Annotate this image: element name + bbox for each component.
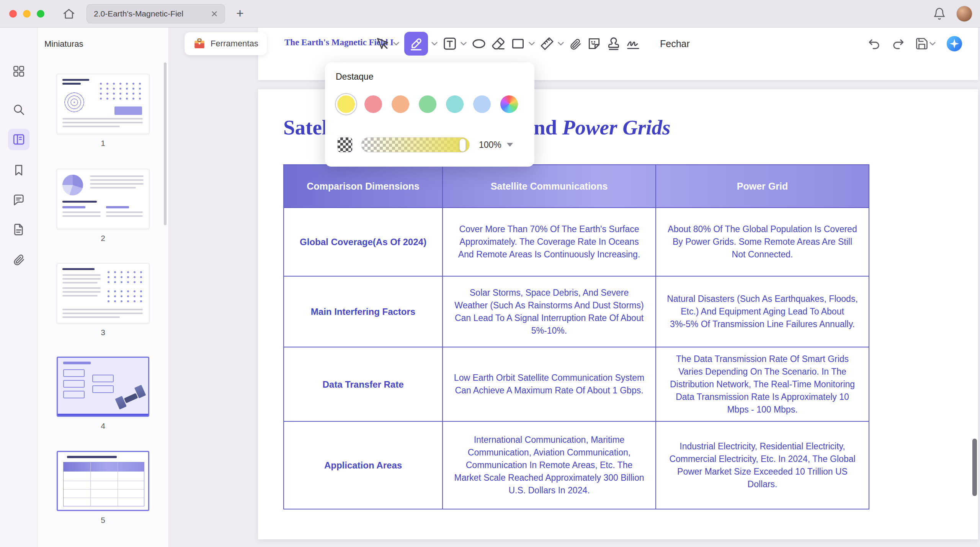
highlight-tool-chevron-down-icon[interactable] bbox=[431, 42, 438, 46]
thumbnail-page-4[interactable]: 4 bbox=[57, 357, 149, 431]
table-cell: Global Coverage(As Of 2024) bbox=[284, 207, 442, 276]
table-cell: Cover More Than 70% Of The Earth's Surfa… bbox=[442, 207, 655, 276]
page-number: 3 bbox=[57, 328, 149, 337]
color-swatches bbox=[337, 95, 518, 113]
select-tool[interactable] bbox=[375, 36, 390, 51]
table-cell: Main Interfering Factors bbox=[284, 276, 442, 347]
window-titlebar: 2.0-Earth's-Magnetic-Fiel + bbox=[0, 0, 980, 28]
page-number: 2 bbox=[57, 234, 149, 243]
comparison-table: Comparison Dimensions Satellite Communic… bbox=[283, 164, 869, 509]
annotation-toolbar: Fechar bbox=[375, 31, 690, 57]
home-icon[interactable] bbox=[61, 6, 77, 21]
document-icon[interactable] bbox=[8, 219, 29, 240]
redo-icon[interactable] bbox=[891, 37, 905, 51]
document-viewport: The Earth's Magnetic Field I Satellite C… bbox=[169, 28, 980, 547]
undo-icon[interactable] bbox=[867, 37, 881, 51]
teal-swatch[interactable] bbox=[446, 95, 464, 113]
traffic-lights bbox=[9, 10, 44, 18]
app-window: 2.0-Earth's-Magnetic-Fiel + Miniaturas bbox=[0, 0, 980, 547]
selection-overlay bbox=[58, 358, 148, 416]
opacity-dropdown[interactable]: 100% bbox=[479, 140, 513, 150]
eraser-tool[interactable] bbox=[491, 36, 506, 51]
table-cell: Application Areas bbox=[284, 421, 442, 509]
rectangle-tool[interactable] bbox=[511, 36, 525, 51]
bookmark-icon[interactable] bbox=[8, 159, 29, 181]
opacity-value: 100% bbox=[479, 140, 501, 150]
measure-tool-chevron-down-icon[interactable] bbox=[558, 42, 564, 46]
close-annotation-button[interactable]: Fechar bbox=[660, 38, 690, 49]
custom-color-swatch[interactable] bbox=[500, 95, 518, 113]
attachment-tool[interactable] bbox=[569, 37, 582, 50]
opacity-slider-handle[interactable] bbox=[459, 139, 466, 152]
close-window-button[interactable] bbox=[9, 10, 17, 18]
table-cell: Natural Disasters (Such As Earthquakes, … bbox=[655, 276, 869, 347]
thumbnail-page-5[interactable]: 5 bbox=[57, 451, 149, 525]
sticker-tool[interactable] bbox=[587, 36, 601, 51]
pink-swatch[interactable] bbox=[364, 95, 382, 113]
text-box-tool[interactable] bbox=[443, 36, 457, 51]
yellow-swatch[interactable] bbox=[337, 95, 355, 113]
new-tab-button[interactable]: + bbox=[234, 7, 247, 20]
attachment-paperclip-icon[interactable] bbox=[8, 249, 29, 270]
notifications-bell-icon[interactable] bbox=[933, 7, 946, 21]
tab-document[interactable]: 2.0-Earth's-Magnetic-Fiel bbox=[87, 4, 225, 23]
table-cell: Industrial Electricity, Residential Elec… bbox=[655, 421, 869, 509]
page-number: 1 bbox=[57, 139, 149, 148]
main-scrollbar[interactable] bbox=[972, 439, 977, 496]
blue-swatch[interactable] bbox=[473, 95, 491, 113]
green-swatch[interactable] bbox=[419, 95, 436, 113]
ai-assistant-icon[interactable] bbox=[946, 35, 963, 52]
table-header-cell: Satellite Communications bbox=[442, 165, 655, 207]
save-chevron-down-icon[interactable] bbox=[929, 42, 936, 46]
text-tool-chevron-down-icon[interactable] bbox=[461, 42, 467, 46]
signature-pen-icon[interactable] bbox=[8, 545, 29, 547]
thumbnail-panel-scrollbar[interactable] bbox=[164, 62, 167, 225]
page-number: 4 bbox=[57, 421, 149, 431]
user-avatar[interactable] bbox=[956, 6, 972, 22]
table-cell: Data Transfer Rate bbox=[284, 347, 442, 421]
thumbnail-page-1[interactable]: 1 bbox=[57, 74, 149, 148]
page-number: 5 bbox=[57, 516, 149, 525]
apps-grid-icon[interactable] bbox=[8, 61, 29, 82]
thumbnails-panel: Miniaturas 1 bbox=[38, 28, 169, 547]
opacity-gradient bbox=[361, 138, 469, 152]
select-tool-chevron-down-icon[interactable] bbox=[393, 42, 399, 46]
ellipse-tool[interactable] bbox=[472, 36, 486, 51]
sidebar-icon-rail bbox=[0, 28, 38, 547]
signature-tool[interactable] bbox=[626, 36, 640, 51]
highlight-tool[interactable] bbox=[404, 32, 428, 56]
stamp-tool[interactable] bbox=[606, 36, 621, 51]
save-icon[interactable] bbox=[915, 37, 929, 51]
table-cell: Low Earth Orbit Satellite Communication … bbox=[442, 347, 655, 421]
transparency-checker-icon[interactable] bbox=[337, 137, 353, 152]
comments-icon[interactable] bbox=[8, 189, 29, 211]
quick-actions-toolbar bbox=[867, 33, 963, 54]
thumbnail-page-3[interactable]: 3 bbox=[57, 263, 149, 337]
search-icon[interactable] bbox=[8, 99, 29, 120]
panel-title: Miniaturas bbox=[44, 39, 83, 49]
tab-title: 2.0-Earth's-Magnetic-Fiel bbox=[94, 9, 209, 18]
table-cell: International Communication, Maritime Co… bbox=[442, 421, 655, 509]
table-cell: About 80% Of The Global Population Is Co… bbox=[655, 207, 869, 276]
dropdown-caret-icon bbox=[507, 143, 513, 147]
opacity-controls: 100% bbox=[337, 136, 513, 154]
thumbnails-panel-icon[interactable] bbox=[8, 129, 29, 150]
thumbnail-page-2[interactable]: 2 bbox=[57, 169, 149, 243]
orange-swatch[interactable] bbox=[392, 95, 409, 113]
toolbox-icon bbox=[193, 37, 206, 50]
highlight-popup: Destaque 100% bbox=[325, 62, 534, 167]
tab-close-icon[interactable] bbox=[209, 9, 219, 19]
minimize-window-button[interactable] bbox=[23, 10, 31, 18]
tools-button[interactable]: Ferramentas bbox=[185, 32, 267, 55]
opacity-slider[interactable] bbox=[361, 137, 470, 152]
zoom-window-button[interactable] bbox=[37, 10, 44, 18]
popup-title: Destaque bbox=[336, 72, 373, 82]
tools-button-label: Ferramentas bbox=[211, 39, 258, 49]
page-insert-indicator bbox=[58, 414, 148, 416]
table-cell: The Data Transmission Rate Of Smart Grid… bbox=[655, 347, 869, 421]
table-header-cell: Comparison Dimensions bbox=[284, 165, 442, 207]
rectangle-tool-chevron-down-icon[interactable] bbox=[529, 42, 535, 46]
table-cell: Solar Storms, Space Debris, And Severe W… bbox=[442, 276, 655, 347]
table-header-cell: Power Grid bbox=[655, 165, 869, 207]
measure-tool[interactable] bbox=[540, 36, 554, 51]
